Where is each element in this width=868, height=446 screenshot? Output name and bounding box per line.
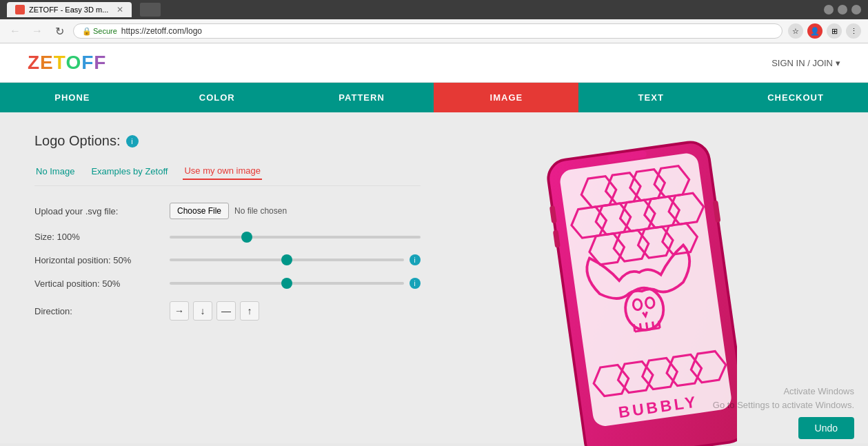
toolbar-icons: ☆ 👤 ⊞ ⋮	[788, 23, 861, 39]
vertical-slider-container: i	[170, 278, 421, 289]
vertical-row: Vertical position: 50% i	[34, 278, 421, 289]
subtab-examples[interactable]: Examples by Zetoff	[90, 163, 169, 180]
horizontal-slider-container: i	[170, 254, 421, 265]
direction-left-button[interactable]: —	[216, 301, 236, 321]
sign-in-label: SIGN IN / JOIN	[771, 58, 833, 68]
sign-in-button[interactable]: SIGN IN / JOIN ▾	[771, 58, 840, 68]
vertical-info-icon[interactable]: i	[410, 278, 421, 289]
left-panel: Logo Options: i No Image Examples by Zet…	[34, 133, 421, 423]
menu-icon[interactable]: ⋮	[846, 23, 861, 39]
direction-label: Direction:	[34, 306, 159, 316]
url-text: https://zetoff.com/logo	[121, 26, 202, 36]
file-input-wrapper: Choose File No file chosen	[170, 203, 421, 219]
secure-text: Secure	[93, 27, 117, 35]
size-slider[interactable]	[170, 236, 421, 239]
direction-buttons: → ↓ — ↑	[170, 301, 259, 321]
phone-case-svg: BUBBLY	[544, 133, 737, 446]
vertical-label: Vertical position: 50%	[34, 278, 159, 289]
direction-row: Direction: → ↓ — ↑	[34, 301, 421, 321]
extensions-icon[interactable]: ⊞	[827, 23, 842, 39]
size-slider-container	[170, 236, 421, 239]
secure-badge: 🔒 Secure	[82, 27, 117, 36]
size-row: Size: 100%	[34, 232, 421, 242]
size-label: Size: 100%	[34, 232, 159, 242]
tab-image[interactable]: IMAGE	[434, 83, 578, 112]
direction-up-button[interactable]: ↑	[240, 301, 259, 321]
no-file-text: No file chosen	[234, 206, 287, 216]
window-controls	[824, 5, 861, 14]
browser-tab[interactable]: ZETOFF - Easy 3D m... ✕	[7, 2, 132, 17]
tab-phone[interactable]: PHONE	[0, 83, 145, 112]
tab-pattern[interactable]: PATTERN	[290, 83, 434, 112]
subtab-own-image[interactable]: Use my own image	[183, 163, 262, 180]
maximize-button[interactable]	[838, 5, 847, 14]
tab-title: ZETOFF - Easy 3D m...	[29, 6, 108, 14]
site-logo[interactable]: ZETOFF	[28, 52, 106, 74]
reload-button[interactable]: ↻	[51, 23, 68, 39]
sub-tabs: No Image Examples by Zetoff Use my own i…	[34, 163, 421, 186]
browser-titlebar: ZETOFF - Easy 3D m... ✕	[0, 0, 868, 19]
logo-f2: F	[94, 52, 106, 73]
subtab-no-image[interactable]: No Image	[34, 163, 76, 180]
horizontal-slider[interactable]	[170, 259, 404, 261]
activate-windows-notice: Activate Windows Go to Settings to activ…	[713, 385, 854, 412]
new-tab-button[interactable]	[140, 3, 161, 17]
upload-row: Upload your .svg file: Choose File No fi…	[34, 203, 421, 219]
logo-t: T	[54, 52, 66, 73]
logo-f: F	[81, 52, 94, 73]
bookmark-icon[interactable]: ☆	[788, 23, 803, 39]
tab-text[interactable]: TEXT	[578, 83, 723, 112]
vertical-slider[interactable]	[170, 282, 404, 285]
direction-down-button[interactable]: ↓	[193, 301, 212, 321]
logo-z: Z	[28, 52, 40, 73]
page-title: Logo Options: i	[34, 133, 421, 149]
direction-right-button[interactable]: →	[170, 301, 189, 321]
tab-color[interactable]: COLOR	[145, 83, 290, 112]
horizontal-info-icon[interactable]: i	[410, 254, 421, 265]
right-panel: BUBBLY	[448, 133, 834, 423]
browser-toolbar: ← → ↻ 🔒 Secure https://zetoff.com/logo ☆…	[0, 19, 868, 43]
horizontal-row: Horizontal position: 50% i	[34, 254, 421, 265]
lock-icon: 🔒	[82, 27, 92, 36]
activate-line1: Activate Windows	[713, 385, 854, 398]
close-button[interactable]	[851, 5, 861, 14]
back-button[interactable]: ←	[7, 23, 23, 39]
sign-in-chevron: ▾	[836, 58, 840, 68]
address-bar[interactable]: 🔒 Secure https://zetoff.com/logo	[73, 23, 783, 39]
undo-button[interactable]: Undo	[798, 417, 854, 439]
logo-o: O	[65, 52, 81, 73]
upload-label: Upload your .svg file:	[34, 206, 159, 216]
logo-e: E	[40, 52, 54, 73]
minimize-button[interactable]	[824, 5, 834, 14]
info-icon[interactable]: i	[126, 135, 139, 148]
tab-favicon	[15, 5, 25, 14]
site-header: ZETOFF SIGN IN / JOIN ▾	[0, 43, 868, 83]
forward-button[interactable]: →	[29, 23, 46, 39]
choose-file-button[interactable]: Choose File	[170, 203, 229, 219]
horizontal-label: Horizontal position: 50%	[34, 255, 159, 265]
nav-tabs: PHONE COLOR PATTERN IMAGE TEXT CHECKOUT	[0, 83, 868, 112]
phone-case-preview: BUBBLY	[544, 133, 737, 423]
page-content: ZETOFF SIGN IN / JOIN ▾ PHONE COLOR PATT…	[0, 43, 868, 443]
tab-checkout[interactable]: CHECKOUT	[723, 83, 868, 112]
page-title-text: Logo Options:	[34, 133, 121, 149]
undo-bar: Undo	[785, 410, 868, 446]
user-icon[interactable]: 👤	[807, 23, 822, 39]
tab-close-icon[interactable]: ✕	[117, 5, 123, 14]
